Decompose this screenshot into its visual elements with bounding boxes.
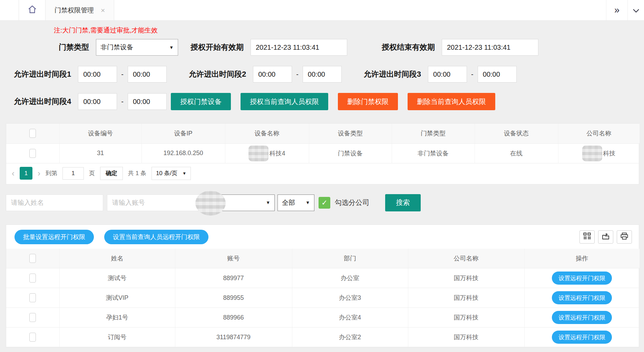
col-dept: 部门 <box>292 249 408 268</box>
current-page-button[interactable]: 1 <box>20 167 32 180</box>
device-table: 设备编号 设备IP 设备名称 设备类型 门禁类型 设备状态 公司名称 31 19… <box>6 124 640 163</box>
close-icon[interactable]: × <box>101 7 105 14</box>
page-size-select[interactable]: 10 条/页 ▼ <box>152 167 191 180</box>
col-device-name: 设备名称 <box>225 124 309 143</box>
current-query-remote-open-button[interactable]: 设置当前查询人员远程开门权限 <box>104 230 208 244</box>
person-table-header-row: 姓名 账号 部门 公司名称 操作 <box>6 249 640 268</box>
home-tab[interactable] <box>19 0 46 20</box>
name-search-input[interactable] <box>6 194 103 211</box>
device-row-checkbox[interactable] <box>29 149 36 158</box>
person-company: 国万科技 <box>408 327 524 347</box>
device-name: 科技4 <box>225 143 309 163</box>
branch-company-label: 勾选分公司 <box>335 198 369 207</box>
batch-remote-open-button[interactable]: 批量设置远程开门权限 <box>14 230 94 244</box>
set-remote-open-button[interactable]: 设置远程开门权限 <box>552 311 612 324</box>
device-table-panel: 设备编号 设备IP 设备名称 设备类型 门禁类型 设备状态 公司名称 31 19… <box>6 123 639 184</box>
expand-tabs-button[interactable]: » <box>606 0 627 20</box>
print-button[interactable] <box>617 230 632 244</box>
person-name: 孕妇1号 <box>59 308 175 327</box>
person-panel: 批量设置远程开门权限 设置当前查询人员远程开门权限 <box>6 225 639 348</box>
export-button[interactable] <box>598 230 613 244</box>
form-row-2: 允许进出时间段1 - 允许进出时间段2 - 允许进出时间段3 - <box>14 66 644 83</box>
top-tab-bar: 门禁权限管理 × » <box>0 0 644 21</box>
device-table-header-row: 设备编号 设备IP 设备名称 设备类型 门禁类型 设备状态 公司名称 <box>6 124 640 143</box>
search-button[interactable]: 搜索 <box>385 194 421 211</box>
scope-select[interactable]: 全部 ▼ <box>277 194 314 211</box>
select-all-persons-checkbox[interactable] <box>29 254 36 263</box>
person-row-checkbox[interactable] <box>29 274 36 283</box>
door-type-value: 非门禁设备 <box>100 43 133 52</box>
select-all-devices-checkbox[interactable] <box>29 129 36 138</box>
company-select-wrap: 科技 ▼ <box>207 194 275 211</box>
person-account: 3119874779 <box>175 327 292 347</box>
account-search-input[interactable] <box>107 194 204 211</box>
tab-door-permission[interactable]: 门禁权限管理 × <box>46 0 114 20</box>
door-type-label: 门禁类型 <box>59 42 89 53</box>
auth-end-input[interactable] <box>442 39 538 56</box>
blurred-text <box>248 145 269 161</box>
range-dash: - <box>471 70 474 78</box>
double-chevron-right-icon: » <box>614 5 619 16</box>
branch-company-checkbox[interactable]: ✓ <box>319 197 330 209</box>
goto-page-input[interactable] <box>62 167 84 180</box>
chevron-down-icon <box>633 5 640 16</box>
auth-end-label: 授权结束有效期 <box>382 42 435 53</box>
col-device-type: 设备类型 <box>309 124 392 143</box>
period1-from-input[interactable] <box>78 66 117 83</box>
device-ip: 192.168.0.250 <box>142 143 225 163</box>
grant-person-button[interactable]: 授权当前查询人员权限 <box>241 93 328 110</box>
col-device-status: 设备状态 <box>475 124 558 143</box>
set-remote-open-button[interactable]: 设置远程开门权限 <box>552 272 612 285</box>
topbar-spacer <box>0 0 19 20</box>
period2-label: 允许进出时间段2 <box>189 69 246 79</box>
blurred-text <box>582 145 602 161</box>
check-icon: ✓ <box>321 199 328 207</box>
period2-from-input[interactable] <box>253 66 292 83</box>
grant-device-button[interactable]: 授权门禁设备 <box>171 93 231 110</box>
period1-to-input[interactable] <box>128 66 167 83</box>
columns-icon <box>583 232 591 241</box>
delete-device-permission-button[interactable]: 删除门禁权限 <box>338 93 398 110</box>
company-select[interactable]: 科技 ▼ <box>207 194 275 211</box>
auth-start-input[interactable] <box>251 39 347 56</box>
dropdown-arrow-icon: ▼ <box>169 45 174 50</box>
delete-person-permission-button[interactable]: 删除当前查询人员权限 <box>408 93 495 110</box>
dropdown-arrow-icon: ▼ <box>182 171 186 176</box>
table-tool-icons <box>576 230 632 244</box>
person-search-bar: 科技 ▼ 全部 ▼ ✓ 勾选分公司 搜索 <box>6 194 644 211</box>
col-device-ip: 设备IP <box>142 124 225 143</box>
tab-label: 门禁权限管理 <box>55 6 94 15</box>
export-icon <box>602 232 609 241</box>
col-door-type: 门禁类型 <box>392 124 475 143</box>
set-remote-open-button[interactable]: 设置远程开门权限 <box>552 331 612 344</box>
goto-confirm-button[interactable]: 确定 <box>100 167 123 180</box>
person-row-checkbox[interactable] <box>29 293 36 302</box>
period3-label: 允许进出时间段3 <box>364 69 421 79</box>
person-row-checkbox[interactable] <box>29 333 36 342</box>
tab-menu-button[interactable] <box>627 0 644 20</box>
period4-to-input[interactable] <box>128 93 167 110</box>
person-company: 国万科技 <box>408 308 524 327</box>
topbar-right-controls: » <box>606 0 644 20</box>
door-type-select[interactable]: 非门禁设备 ▼ <box>96 39 178 56</box>
home-icon <box>28 5 37 16</box>
form-row-1: 门禁类型 非门禁设备 ▼ 授权开始有效期 授权结束有效期 <box>59 39 644 56</box>
prev-page-icon[interactable]: ‹ <box>12 169 14 178</box>
person-dept: 办公室4 <box>292 308 408 327</box>
period3-from-input[interactable] <box>428 66 467 83</box>
printer-icon <box>621 232 628 241</box>
page-unit-label: 页 <box>89 169 95 177</box>
device-table-row: 31 192.168.0.250 科技4 门禁设备 非门禁设备 在线 科技 <box>6 143 640 163</box>
set-remote-open-button[interactable]: 设置远程开门权限 <box>552 291 612 304</box>
columns-setting-button[interactable] <box>579 230 595 244</box>
period3-to-input[interactable] <box>478 66 517 83</box>
next-page-icon[interactable]: › <box>38 169 40 178</box>
person-dept: 办公室3 <box>292 288 408 308</box>
person-row: 测试号 889977 办公室 国万科技 设置远程开门权限 <box>6 268 640 288</box>
person-name: 订阅号 <box>59 327 175 347</box>
device-type: 门禁设备 <box>309 143 392 163</box>
period2-to-input[interactable] <box>303 66 342 83</box>
approval-note: 注:大门门禁,需要通过审批,才能生效 <box>54 26 644 35</box>
person-row-checkbox[interactable] <box>29 313 36 322</box>
period4-from-input[interactable] <box>78 93 117 110</box>
